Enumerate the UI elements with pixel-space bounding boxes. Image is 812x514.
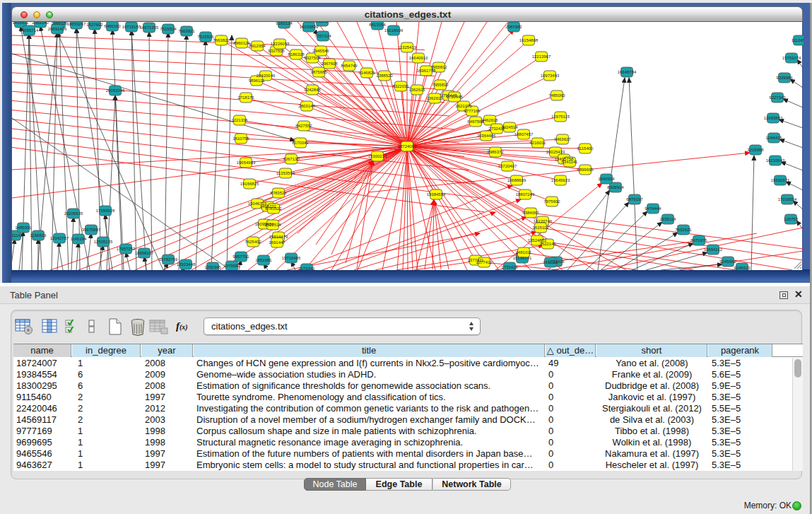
svg-text:7632621: 7632621 <box>675 228 692 232</box>
svg-text:11353594: 11353594 <box>276 171 295 175</box>
svg-text:7485063: 7485063 <box>548 93 565 98</box>
svg-text:20691406: 20691406 <box>48 27 67 31</box>
svg-text:1292345: 1292345 <box>204 265 221 269</box>
svg-text:1112453: 1112453 <box>792 38 804 42</box>
svg-text:8912954: 8912954 <box>314 22 331 23</box>
svg-text:15692971: 15692971 <box>771 178 790 182</box>
svg-text:12975115: 12975115 <box>551 115 570 119</box>
svg-text:126753: 126753 <box>784 217 799 221</box>
svg-text:14055714: 14055714 <box>20 28 39 33</box>
svg-text:16120746: 16120746 <box>534 219 553 223</box>
svg-text:13226058: 13226058 <box>271 42 290 46</box>
svg-text:2522514: 2522514 <box>264 223 281 227</box>
svg-text:3024514: 3024514 <box>501 125 518 129</box>
svg-text:8960124: 8960124 <box>233 41 250 45</box>
svg-text:15136141: 15136141 <box>513 256 532 260</box>
svg-text:9462616: 9462616 <box>481 118 498 122</box>
svg-text:9463627: 9463627 <box>554 137 571 141</box>
svg-text:7357224: 7357224 <box>314 34 331 38</box>
svg-text:1156829: 1156829 <box>30 233 47 238</box>
svg-text:10025433: 10025433 <box>546 150 565 154</box>
svg-text:19654983: 19654983 <box>237 160 256 165</box>
svg-text:2803144: 2803144 <box>298 104 315 108</box>
svg-text:7955812: 7955812 <box>430 65 447 69</box>
svg-text:2967608: 2967608 <box>321 62 338 66</box>
svg-text:9242848: 9242848 <box>304 88 321 92</box>
svg-text:17957253: 17957253 <box>117 247 136 251</box>
svg-text:7955812: 7955812 <box>432 83 449 87</box>
svg-text:19384554: 19384554 <box>427 192 446 197</box>
svg-text:17359928: 17359928 <box>96 209 115 213</box>
svg-text:2522141: 2522141 <box>539 242 556 246</box>
svg-text:6216011: 6216011 <box>530 141 547 145</box>
svg-text:17016504: 17016504 <box>778 197 797 201</box>
svg-text:1065326: 1065326 <box>51 22 68 25</box>
svg-text:16648784: 16648784 <box>618 70 637 74</box>
svg-text:9327505: 9327505 <box>268 49 285 53</box>
svg-text:19166825: 19166825 <box>240 182 259 186</box>
svg-text:10653267: 10653267 <box>67 22 86 26</box>
svg-text:1495811: 1495811 <box>13 22 30 25</box>
svg-text:1362615: 1362615 <box>408 88 425 92</box>
svg-text:10719155: 10719155 <box>122 25 141 29</box>
svg-text:20364486: 20364486 <box>477 134 496 138</box>
svg-text:2087682: 2087682 <box>505 25 522 29</box>
svg-text:1221336: 1221336 <box>231 118 248 122</box>
svg-text:10973493: 10973493 <box>541 74 560 78</box>
svg-text:1691447: 1691447 <box>269 240 286 245</box>
svg-text:9160124: 9160124 <box>276 22 293 25</box>
svg-text:16782759: 16782759 <box>159 257 178 262</box>
svg-text:3267130: 3267130 <box>283 157 300 161</box>
svg-text:15300215: 15300215 <box>368 154 387 158</box>
svg-text:9896111: 9896111 <box>249 78 265 83</box>
svg-text:8813054: 8813054 <box>369 23 386 27</box>
svg-text:10958107: 10958107 <box>135 251 154 255</box>
svg-text:1079581: 1079581 <box>223 264 240 268</box>
svg-text:1733426: 1733426 <box>501 265 518 269</box>
svg-text:5341141: 5341141 <box>562 160 579 164</box>
svg-text:8783522: 8783522 <box>265 206 282 211</box>
svg-text:6899695: 6899695 <box>577 168 594 172</box>
svg-text:9777169: 9777169 <box>464 109 481 113</box>
svg-text:1485001: 1485001 <box>15 226 32 230</box>
svg-text:10654112: 10654112 <box>704 247 723 252</box>
svg-text:20053346: 20053346 <box>106 88 125 93</box>
svg-text:2935114: 2935114 <box>660 217 677 221</box>
svg-text:7515524: 7515524 <box>160 27 177 31</box>
svg-text:11325419: 11325419 <box>398 45 417 49</box>
svg-text:8170041: 8170041 <box>292 141 309 145</box>
svg-text:6466160: 6466160 <box>104 24 121 28</box>
svg-text:10807457: 10807457 <box>514 132 534 136</box>
svg-text:15720407: 15720407 <box>498 164 517 168</box>
svg-text:2718176: 2718176 <box>237 95 254 100</box>
svg-text:9245652: 9245652 <box>719 259 736 264</box>
svg-text:12093853: 12093853 <box>764 116 783 120</box>
svg-text:15751074: 15751074 <box>782 56 801 60</box>
svg-text:1651681: 1651681 <box>255 258 272 262</box>
svg-text:3911141: 3911141 <box>12 233 23 238</box>
svg-text:18724007: 18724007 <box>398 144 417 148</box>
svg-text:16154808: 16154808 <box>519 38 539 42</box>
svg-text:9115400: 9115400 <box>577 146 594 151</box>
svg-text:9327508: 9327508 <box>304 56 321 60</box>
svg-text:1811111: 1811111 <box>543 260 558 264</box>
svg-text:39975887: 39975887 <box>82 228 101 232</box>
svg-text:1621075: 1621075 <box>455 104 472 108</box>
svg-text:1481011: 1481011 <box>516 250 533 255</box>
svg-text:10688609: 10688609 <box>507 178 526 182</box>
svg-text:7975692: 7975692 <box>543 199 560 204</box>
svg-text:1244415: 1244415 <box>765 136 782 140</box>
svg-text:16914479: 16914479 <box>269 235 288 239</box>
svg-text:8454749: 8454749 <box>341 64 358 68</box>
svg-text:8938914: 8938914 <box>607 185 624 189</box>
svg-text:20206535: 20206535 <box>64 211 83 216</box>
svg-text:13645923: 13645923 <box>551 178 570 182</box>
svg-text:8912954: 8912954 <box>249 44 266 48</box>
svg-text:7663821: 7663821 <box>178 29 195 33</box>
svg-text:3215958: 3215958 <box>747 148 764 152</box>
svg-text:1640934: 1640934 <box>598 177 615 181</box>
svg-text:12505135: 12505135 <box>94 240 113 244</box>
svg-text:16671355: 16671355 <box>140 25 159 30</box>
svg-text:3875685: 3875685 <box>310 70 327 74</box>
svg-text:8427552: 8427552 <box>295 124 312 128</box>
